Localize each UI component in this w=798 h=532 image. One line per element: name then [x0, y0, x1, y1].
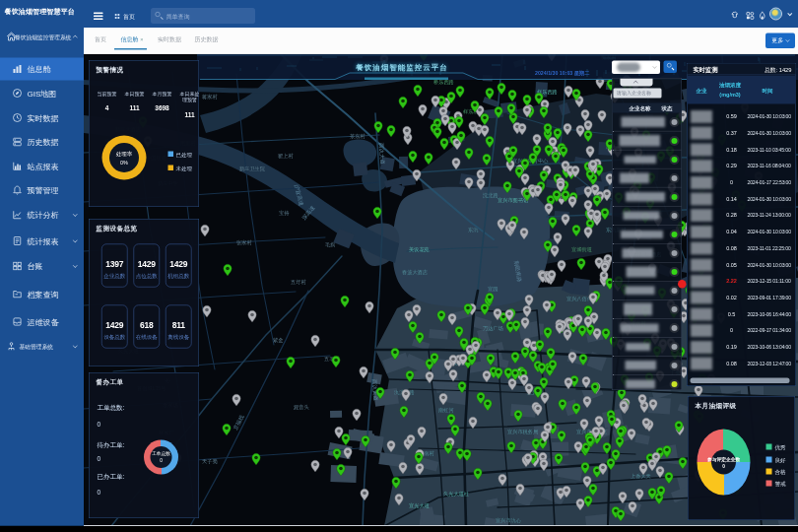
svg-text:新庄卫生院: 新庄卫生院 [239, 166, 266, 172]
svg-text:观音头: 观音头 [294, 404, 309, 411]
svg-text:南虹河: 南虹河 [438, 407, 454, 414]
svg-text:宜城街道: 宜城街道 [571, 246, 593, 253]
svg-text:宜兴市图书馆: 宜兴市图书馆 [498, 197, 528, 204]
svg-text:蒋家村: 蒋家村 [202, 94, 218, 100]
svg-text:上香大天: 上香大天 [631, 473, 651, 480]
svg-text:万达广场: 万达广场 [483, 325, 503, 332]
svg-text:沈北路: 沈北路 [482, 192, 499, 199]
svg-text:宜兴市氿心: 宜兴市氿心 [496, 517, 522, 523]
svg-text:紫金: 紫金 [273, 337, 283, 343]
svg-text:五圩村: 五圩村 [291, 279, 306, 286]
svg-text:张家村: 张家村 [236, 239, 252, 246]
svg-text:毛旗: 毛旗 [325, 241, 335, 247]
svg-text:春波大酒店: 春波大酒店 [402, 269, 429, 276]
svg-text:茶东村: 茶东村 [350, 133, 366, 140]
svg-text:美设花苑: 美设花苑 [409, 246, 430, 253]
svg-text:久光大道社: 久光大道社 [443, 491, 470, 498]
svg-text:翟上村: 翟上村 [278, 153, 294, 160]
svg-text:天子蜀: 天子蜀 [202, 458, 218, 464]
svg-text:桥乐西路: 桥乐西路 [432, 79, 454, 86]
svg-text:宜光大道: 宜光大道 [409, 502, 431, 509]
svg-text:宝持: 宝持 [279, 210, 290, 217]
svg-text:宜园: 宜园 [488, 286, 498, 292]
svg-text:东氿: 东氿 [468, 227, 479, 233]
svg-text:宜兴市税务局: 宜兴市税务局 [507, 429, 538, 435]
